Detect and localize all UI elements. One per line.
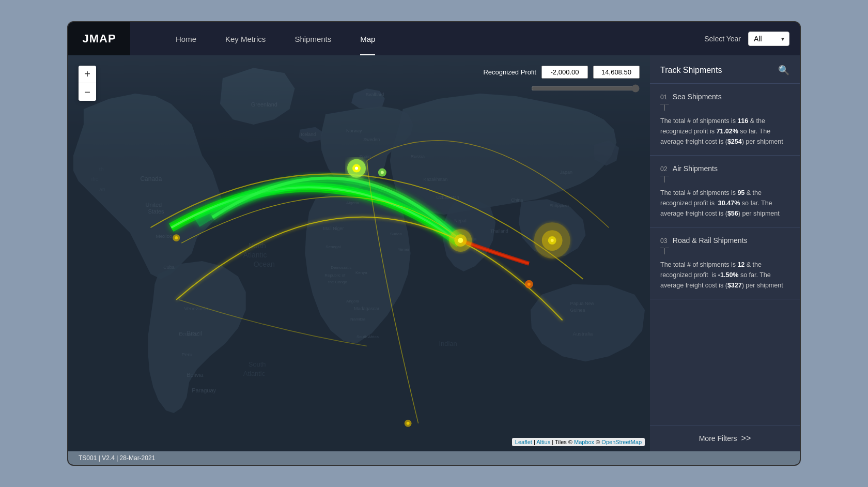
main-content: Canada United States Mexico Cuba Venezue… — [68, 55, 800, 451]
sidebar-header: Track Shipments 🔍 — [650, 55, 800, 84]
sea-section-num: 01 — [660, 94, 667, 101]
profit-label: Recognized Profit — [483, 68, 536, 76]
leaflet-link[interactable]: Leaflet — [515, 439, 532, 445]
svg-point-59 — [355, 167, 358, 170]
svg-point-64 — [458, 238, 463, 243]
svg-point-61 — [381, 171, 384, 174]
nav-shipments[interactable]: Shipments — [280, 22, 346, 55]
zoom-in-button[interactable]: + — [79, 66, 96, 83]
more-filters-text: More Filters — [699, 434, 737, 443]
nav-links: Home Key Metrics Shipments Map — [161, 22, 390, 55]
range-slider-container — [531, 84, 640, 95]
more-filters-chevron: >> — [741, 434, 751, 443]
section-header: 01 Sea Shipments — [660, 92, 789, 101]
arcs-svg — [68, 55, 650, 451]
map-attribution: Leaflet | Altius | Tiles © Mapbox © Open… — [512, 438, 645, 446]
nav-home[interactable]: Home — [161, 22, 211, 55]
air-section-dash: ¯|¯ — [660, 175, 789, 182]
profit-max-input[interactable] — [593, 66, 640, 79]
zoom-controls: + − — [79, 66, 96, 101]
select-year-label: Select Year — [704, 35, 741, 43]
map-canvas: Canada United States Mexico Cuba Venezue… — [68, 55, 650, 451]
air-section-desc: The total # of shipments is 95 & the rec… — [660, 188, 789, 219]
year-select[interactable]: All 2020 2019 2018 — [748, 32, 789, 46]
logo: JMAP — [82, 32, 116, 45]
sea-section-desc: The total # of shipments is 116 & the re… — [660, 116, 789, 147]
svg-point-72 — [407, 422, 410, 425]
svg-point-74 — [528, 283, 531, 286]
sea-shipments-section: 01 Sea Shipments ¯|¯ The total # of ship… — [650, 84, 800, 156]
air-shipments-section: 02 Air Shipments ¯|¯ The total # of ship… — [650, 156, 800, 227]
svg-point-68 — [551, 239, 554, 242]
sea-section-dash: ¯|¯ — [660, 103, 789, 111]
more-filters-bar[interactable]: More Filters >> — [650, 425, 800, 451]
nav-key-metrics[interactable]: Key Metrics — [211, 22, 280, 55]
zoom-out-button[interactable]: − — [79, 83, 96, 101]
logo-box: JMAP — [68, 22, 130, 55]
sidebar-title: Track Shipments — [660, 66, 722, 75]
svg-point-70 — [175, 236, 178, 239]
navbar: JMAP Home Key Metrics Shipments Map Sele… — [68, 22, 800, 55]
sea-section-title: Sea Shipments — [673, 93, 722, 101]
map-area: Canada United States Mexico Cuba Venezue… — [68, 55, 650, 451]
nav-map[interactable]: Map — [346, 22, 390, 55]
section-header: 03 Road & Rail Shipments — [660, 236, 789, 245]
road-section-desc: The total # of shipments is 12 & the rec… — [660, 260, 789, 291]
air-section-num: 02 — [660, 165, 667, 173]
search-button[interactable]: 🔍 — [778, 65, 789, 76]
app-frame: JMAP Home Key Metrics Shipments Map Sele… — [67, 21, 801, 466]
sidebar: Track Shipments 🔍 01 Sea Shipments ¯|¯ T… — [650, 55, 800, 451]
year-select-wrapper: All 2020 2019 2018 — [748, 32, 789, 46]
mapbox-link[interactable]: Mapbox — [574, 439, 594, 445]
road-rail-section: 03 Road & Rail Shipments ¯|¯ The total #… — [650, 227, 800, 299]
profit-min-input[interactable] — [541, 66, 588, 79]
road-section-title: Road & Rail Shipments — [673, 236, 748, 245]
section-header: 02 Air Shipments — [660, 164, 789, 173]
road-section-dash: ¯|¯ — [660, 247, 789, 254]
profit-range-slider[interactable] — [531, 84, 640, 93]
footer: TS001 | V2.4 | 28-Mar-2021 — [68, 451, 800, 465]
altius-link[interactable]: Altius — [536, 439, 550, 445]
air-section-title: Air Shipments — [673, 164, 718, 173]
profit-filter: Recognized Profit — [483, 66, 640, 79]
nav-right: Select Year All 2020 2019 2018 — [704, 32, 800, 46]
footer-text: TS001 | V2.4 | 28-Mar-2021 — [79, 454, 155, 462]
road-section-num: 03 — [660, 237, 667, 245]
osm-link[interactable]: OpenStreetMap — [601, 439, 642, 445]
